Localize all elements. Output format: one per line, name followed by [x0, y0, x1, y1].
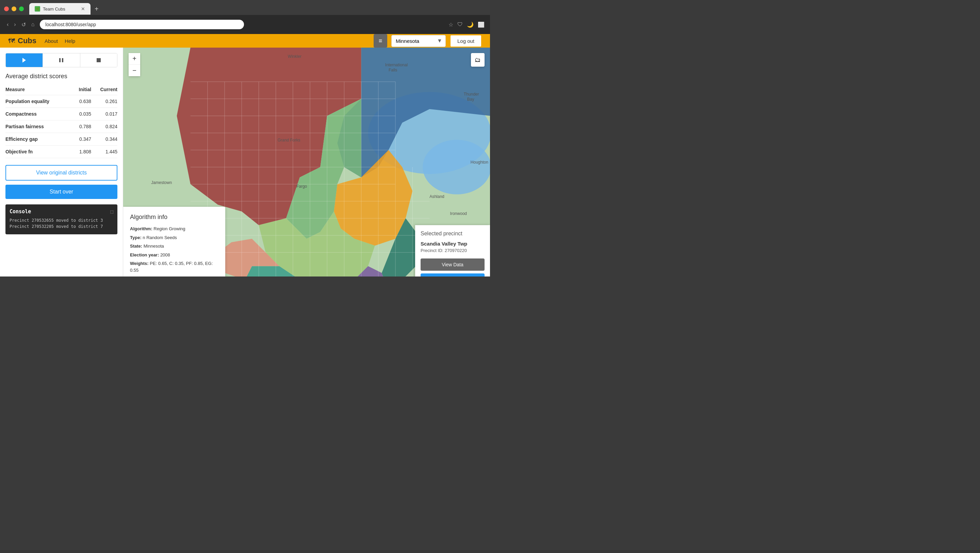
url-bar[interactable]: localhost:8080/user/app: [40, 20, 244, 29]
nav-buttons: ‹ › ↺ ⌂: [5, 20, 36, 29]
algo-election-year: Election year: 2008: [130, 252, 218, 259]
console: Console ⬚ Precinct 270532655 moved to di…: [5, 204, 118, 234]
maximize-window-button[interactable]: [19, 6, 24, 11]
initial-cell: 0.035: [72, 108, 91, 121]
tab-bar: 🌿 Team Cubs ✕ +: [0, 0, 490, 15]
add-seed-button[interactable]: Add seed: [421, 273, 485, 276]
algo-seeds: # seeds: 8: [130, 275, 218, 276]
shield-icon: 🛡: [457, 21, 463, 28]
close-window-button[interactable]: [4, 6, 9, 11]
window-controls: [4, 6, 24, 11]
table-row: Efficiency gap 0.347 0.344: [5, 133, 118, 146]
measure-cell: Compactness: [5, 108, 72, 121]
svg-rect-3: [97, 58, 101, 62]
svg-text:Ashland: Ashland: [430, 194, 444, 199]
play-button[interactable]: [6, 53, 43, 67]
stop-button[interactable]: [80, 53, 117, 67]
view-data-button[interactable]: View Data: [421, 259, 485, 271]
zoom-out-button[interactable]: −: [129, 65, 140, 76]
algo-type: Type: n Random Seeds: [130, 234, 218, 241]
svg-text:Houghton: Houghton: [471, 160, 488, 165]
col-initial: Initial: [72, 84, 91, 95]
svg-text:Grand Forks: Grand Forks: [278, 138, 301, 143]
col-measure: Measure: [5, 84, 72, 95]
svg-rect-1: [59, 58, 60, 62]
precinct-panel-title: Selected precinct: [421, 230, 485, 237]
svg-text:Falls: Falls: [388, 68, 397, 72]
svg-text:Thunder: Thunder: [464, 92, 479, 97]
table-row: Partisan fairness 0.788 0.824: [5, 121, 118, 133]
extension-icon[interactable]: ⬜: [478, 21, 485, 28]
minimize-window-button[interactable]: [11, 6, 16, 11]
col-current: Current: [91, 84, 118, 95]
precinct-id-label: Precinct ID:: [421, 248, 443, 253]
precinct-id: Precinct ID: 270970220: [421, 248, 485, 253]
tab-close-button[interactable]: ✕: [81, 6, 85, 11]
logout-button[interactable]: Log out: [450, 35, 482, 47]
measure-cell: Efficiency gap: [5, 133, 72, 146]
current-cell: 0.344: [91, 133, 118, 146]
table-row: Population equality 0.638 0.261: [5, 95, 118, 108]
pause-button[interactable]: [43, 53, 80, 67]
algo-weights: Weights: PE: 0.65, C: 0.35, PF: 0.85, EG…: [130, 260, 218, 273]
map-area[interactable]: Winkler Grand Forks Jamestown Fargo Inte…: [123, 48, 490, 276]
current-cell: 1.445: [91, 146, 118, 158]
algorithm-info-panel: Algorithm info Algorithm: Region Growing…: [123, 207, 225, 276]
console-title: Console: [10, 208, 31, 215]
svg-rect-2: [62, 58, 63, 62]
current-cell: 0.824: [91, 121, 118, 133]
menu-button[interactable]: ≡: [374, 34, 387, 48]
algorithm-info-title: Algorithm info: [130, 214, 218, 221]
playback-controls: [5, 53, 118, 67]
view-districts-button[interactable]: View original districts: [5, 165, 118, 181]
scores-table: Measure Initial Current Population equal…: [5, 84, 118, 158]
console-header: Console ⬚: [10, 208, 113, 215]
night-mode-icon[interactable]: 🌙: [467, 21, 474, 28]
svg-marker-0: [22, 58, 26, 63]
back-button[interactable]: ‹: [5, 20, 10, 29]
svg-text:International: International: [385, 63, 408, 67]
new-tab-button[interactable]: +: [92, 5, 102, 13]
header: 🗺 Cubs About Help ≡ Minnesota ▼ Log out: [0, 34, 490, 48]
logo-text: Cubs: [18, 37, 37, 45]
about-link[interactable]: About: [45, 38, 58, 44]
tab-label: Team Cubs: [43, 6, 65, 11]
svg-text:Bay: Bay: [467, 97, 474, 102]
precinct-name: Scandia Valley Twp: [421, 241, 485, 246]
active-tab[interactable]: 🌿 Team Cubs ✕: [29, 3, 91, 14]
console-expand-icon[interactable]: ⬚: [111, 209, 113, 214]
table-row: Compactness 0.035 0.017: [5, 108, 118, 121]
svg-text:Fargo: Fargo: [296, 184, 307, 189]
zoom-in-button[interactable]: +: [129, 53, 140, 65]
bookmark-icon[interactable]: ☆: [449, 21, 453, 28]
reload-button[interactable]: ↺: [20, 20, 27, 29]
table-row: Objective fn 1.808 1.445: [5, 146, 118, 158]
start-over-button[interactable]: Start over: [5, 185, 118, 199]
measure-cell: Population equality: [5, 95, 72, 108]
tab-favicon: 🌿: [35, 6, 40, 11]
algo-state: State: Minnesota: [130, 243, 218, 249]
svg-text:Winkler: Winkler: [288, 54, 301, 59]
browser-icons: ☆ 🛡 🌙 ⬜: [449, 21, 485, 28]
precinct-id-value: 270970220: [445, 248, 467, 253]
measure-cell: Objective fn: [5, 146, 72, 158]
initial-cell: 0.638: [72, 95, 91, 108]
home-button[interactable]: ⌂: [30, 20, 36, 29]
state-select[interactable]: Minnesota: [391, 35, 446, 47]
state-selector-wrapper: Minnesota ▼: [391, 35, 446, 47]
scores-title: Average district scores: [5, 73, 118, 80]
layer-icon: 🗂: [475, 56, 481, 64]
url-text: localhost:8080/user/app: [45, 22, 96, 27]
layer-button[interactable]: 🗂: [471, 53, 485, 67]
measure-cell: Partisan fairness: [5, 121, 72, 133]
initial-cell: 0.347: [72, 133, 91, 146]
help-link[interactable]: Help: [65, 38, 75, 44]
nav-links: About Help: [45, 38, 75, 44]
console-output: Precinct 270532655 moved to district 3Pr…: [10, 218, 113, 229]
algo-algorithm: Algorithm: Region Growing: [130, 226, 218, 232]
address-bar: ‹ › ↺ ⌂ localhost:8080/user/app ☆ 🛡 🌙 ⬜: [0, 15, 490, 34]
zoom-controls: + −: [129, 53, 140, 76]
main-content: Average district scores Measure Initial …: [0, 48, 490, 276]
forward-button[interactable]: ›: [13, 20, 17, 29]
current-cell: 0.017: [91, 108, 118, 121]
